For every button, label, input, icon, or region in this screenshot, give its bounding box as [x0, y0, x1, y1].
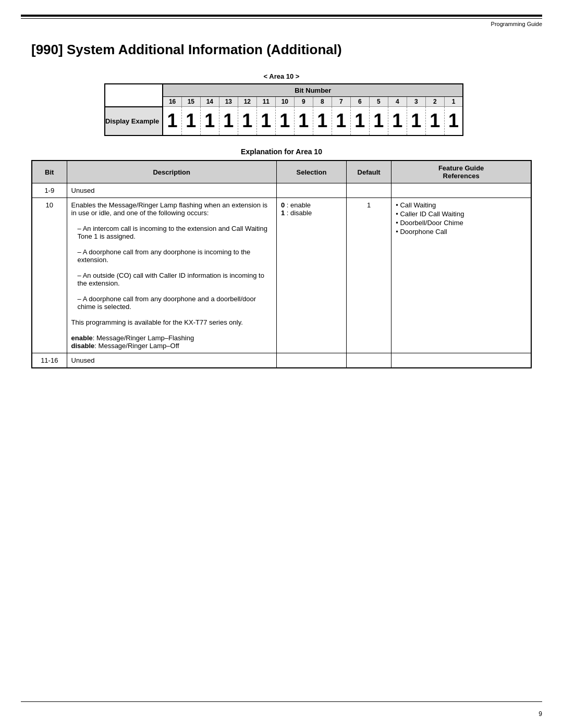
feat-10-1: • Call Waiting	[396, 201, 527, 209]
sel-10-0: 0 : enable	[281, 201, 311, 209]
top-rule-thick	[21, 15, 542, 17]
desc-10-dash4: – A doorphone call from any doorphone an…	[71, 295, 272, 311]
bit-num-2: 2	[425, 97, 444, 107]
sel-1-9	[276, 183, 346, 198]
page-title: [990] System Additional Information (Add…	[31, 42, 532, 58]
bit-num-6: 6	[350, 97, 369, 107]
bit-num-3: 3	[407, 97, 425, 107]
bit-val-2: 1	[425, 107, 444, 136]
table-row-1-9: 1-9 Unused	[32, 183, 531, 198]
bit-val-12: 1	[238, 107, 256, 136]
page-number: 9	[538, 710, 542, 718]
bit-num-7: 7	[332, 97, 350, 107]
bit-num-15: 15	[181, 97, 200, 107]
col-header-description: Description	[67, 161, 276, 183]
feat-10: • Call Waiting • Caller ID Call Waiting …	[391, 198, 531, 353]
desc-10-disable: disable: Message/Ringer Lamp–Off	[71, 342, 179, 350]
bit-val-9: 1	[294, 107, 313, 136]
col-header-default: Default	[347, 161, 391, 183]
desc-1-9: Unused	[67, 183, 276, 198]
def-10: 1	[347, 198, 391, 353]
bit-val-11: 1	[256, 107, 275, 136]
def-11-16	[347, 353, 391, 368]
exp-table-header-row: Bit Description Selection Default Featur…	[32, 161, 531, 183]
col-header-bit: Bit	[32, 161, 67, 183]
bit-num-4: 4	[388, 97, 407, 107]
bit-num-16: 16	[163, 97, 181, 107]
bit-val-7: 1	[332, 107, 350, 136]
bit-val-14: 1	[200, 107, 219, 136]
bit-val-4: 1	[388, 107, 407, 136]
page-header: Programming Guide	[0, 19, 563, 27]
def-1-9	[347, 183, 391, 198]
bit-10: 10	[32, 198, 67, 353]
bit-num-11: 11	[256, 97, 275, 107]
explanation-title: Explanation for Area 10	[31, 147, 532, 156]
feat-10-4: • Doorphone Call	[396, 228, 527, 236]
bit-val-16: 1	[163, 107, 181, 136]
display-example-row: Display Example 1 1 1 1 1 1 1 1 1 1 1 1 …	[105, 107, 463, 136]
bit-num-1: 1	[444, 97, 463, 107]
desc-10-para1: Enables the Message/Ringer Lamp flashing…	[71, 201, 268, 217]
desc-10-enable: enable: Message/Ringer Lamp–Flashing	[71, 334, 194, 342]
desc-10-dash2: – A doorphone call from any doorphone is…	[71, 248, 272, 264]
feat-10-3: • Doorbell/Door Chime	[396, 219, 527, 227]
bit-number-table: Bit Number 16 15 14 13 12 11 10 9 8 7 6 …	[104, 83, 463, 136]
bit-num-8: 8	[313, 97, 332, 107]
bit-num-9: 9	[294, 97, 313, 107]
feature-guide-line2: References	[443, 172, 480, 180]
bit-11-16: 11-16	[32, 353, 67, 368]
bit-val-15: 1	[181, 107, 200, 136]
desc-10-para2: This programming is available for the KX…	[71, 318, 243, 326]
desc-10: Enables the Message/Ringer Lamp flashing…	[67, 198, 276, 353]
col-header-feature-guide: Feature Guide References	[391, 161, 531, 183]
desc-11-16: Unused	[67, 353, 276, 368]
col-header-selection: Selection	[276, 161, 346, 183]
bit-1-9: 1-9	[32, 183, 67, 198]
sel-10: 0 : enable 1 : disable	[276, 198, 346, 353]
bit-num-5: 5	[369, 97, 388, 107]
bit-val-8: 1	[313, 107, 332, 136]
bit-val-13: 1	[219, 107, 238, 136]
feat-1-9	[391, 183, 531, 198]
sel-10-1: 1 : disable	[281, 209, 312, 217]
bit-val-1: 1	[444, 107, 463, 136]
sel-11-16	[276, 353, 346, 368]
bit-table-wrapper: Bit Number 16 15 14 13 12 11 10 9 8 7 6 …	[104, 83, 459, 136]
bit-num-14: 14	[200, 97, 219, 107]
feat-10-2: • Caller ID Call Waiting	[396, 210, 527, 218]
area-label: < Area 10 >	[31, 72, 532, 80]
feature-guide-line1: Feature Guide	[438, 164, 484, 172]
bit-num-10: 10	[275, 97, 294, 107]
bit-numbers-row: 16 15 14 13 12 11 10 9 8 7 6 5 4 3 2 1	[105, 97, 463, 107]
main-content: [990] System Additional Information (Add…	[0, 27, 563, 389]
feat-11-16	[391, 353, 531, 368]
bit-number-header: Bit Number	[163, 84, 463, 97]
bit-val-6: 1	[350, 107, 369, 136]
desc-10-dash3: – An outside (CO) call with Caller ID in…	[71, 272, 272, 287]
bit-num-13: 13	[219, 97, 238, 107]
bit-val-3: 1	[407, 107, 425, 136]
bottom-rule	[21, 701, 542, 702]
bit-num-12: 12	[238, 97, 256, 107]
display-example-label: Display Example	[105, 107, 163, 136]
desc-10-dash1: – An intercom call is incoming to the ex…	[71, 225, 272, 240]
bit-val-10: 1	[275, 107, 294, 136]
explanation-table: Bit Description Selection Default Featur…	[31, 160, 532, 368]
bit-val-5: 1	[369, 107, 388, 136]
guide-title: Programming Guide	[491, 21, 542, 27]
table-row-10: 10 Enables the Message/Ringer Lamp flash…	[32, 198, 531, 353]
table-row-11-16: 11-16 Unused	[32, 353, 531, 368]
